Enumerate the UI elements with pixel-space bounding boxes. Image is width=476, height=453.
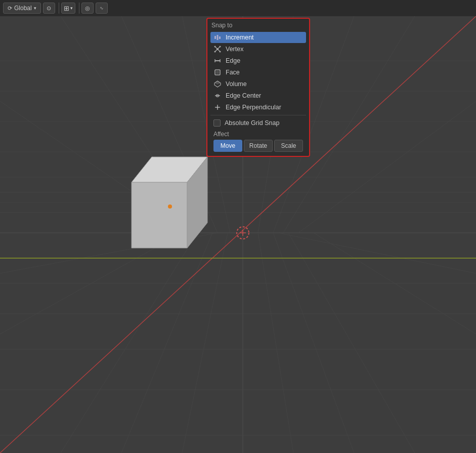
svg-rect-48	[219, 36, 221, 39]
edge-label: Edge	[226, 57, 240, 64]
svg-point-65	[217, 95, 218, 96]
snap-item-vertex[interactable]: Vertex	[210, 44, 306, 55]
pivot-icon: ⊙	[47, 5, 51, 12]
edge-perpendicular-label: Edge Perpendicular	[226, 104, 281, 111]
volume-icon	[213, 80, 222, 88]
increment-icon	[213, 33, 222, 42]
snap-item-edge[interactable]: Edge	[210, 55, 306, 66]
face-label: Face	[226, 69, 240, 76]
svg-rect-60	[216, 71, 219, 74]
svg-marker-62	[214, 81, 221, 85]
snap-item-edge-perpendicular[interactable]: Edge Perpendicular	[210, 102, 306, 113]
svg-rect-46	[214, 36, 216, 39]
svg-point-42	[168, 204, 172, 209]
svg-point-51	[217, 48, 219, 50]
svg-point-68	[217, 107, 219, 108]
vertex-icon	[213, 45, 222, 53]
transform-orientation-label: Global	[14, 5, 32, 12]
transform-orientation-btn[interactable]: ⟳ Global ▾	[3, 3, 41, 14]
affect-scale-btn[interactable]: Scale	[274, 140, 303, 152]
absolute-grid-label: Absolute Grid Snap	[225, 119, 279, 127]
affect-rotate-btn[interactable]: Rotate	[244, 140, 273, 152]
edge-center-label: Edge Center	[226, 92, 261, 99]
absolute-grid-snap-row[interactable]: Absolute Grid Snap	[210, 117, 306, 129]
volume-label: Volume	[226, 80, 247, 88]
increment-label: Increment	[226, 34, 254, 41]
transform-icon: ⟳	[8, 5, 12, 12]
absolute-grid-checkbox[interactable]	[213, 119, 221, 127]
affect-label: Affect	[210, 129, 306, 139]
divider	[57, 3, 59, 14]
snap-item-volume[interactable]: Volume	[210, 78, 306, 90]
pivot-point-btn[interactable]: ⊙	[43, 3, 55, 14]
snap-item-edge-center[interactable]: Edge Center	[210, 90, 306, 101]
affect-move-btn[interactable]: Move	[213, 140, 242, 152]
falloff-icon: ∿	[100, 6, 104, 11]
snap-icon: ⊞	[64, 5, 69, 12]
svg-rect-47	[217, 35, 219, 40]
snap-toggle-btn[interactable]: ⊞ ▾	[61, 3, 75, 14]
edge-icon	[213, 57, 222, 65]
snap-separator	[210, 115, 306, 115]
snap-panel-title: Snap to	[210, 22, 306, 29]
snap-item-face[interactable]: Face	[210, 67, 306, 78]
svg-point-53	[220, 51, 221, 53]
edge-center-icon	[213, 92, 222, 100]
snap-panel: Snap to Increment Vertex	[206, 18, 310, 157]
vertex-label: Vertex	[226, 46, 243, 53]
transform-chevron: ▾	[34, 6, 36, 11]
edge-perpendicular-icon	[213, 103, 222, 111]
face-icon	[213, 68, 222, 76]
proportional-icon: ◎	[85, 5, 90, 12]
svg-point-52	[214, 46, 216, 48]
svg-point-54	[214, 51, 216, 53]
divider2	[77, 3, 79, 14]
snap-chevron: ▾	[70, 6, 73, 11]
svg-point-55	[220, 46, 221, 48]
proportional-edit-btn[interactable]: ◎	[81, 3, 94, 14]
toolbar: ⟳ Global ▾ ⊙ ⊞ ▾ ◎ ∿	[0, 0, 476, 16]
affect-buttons: Move Rotate Scale	[210, 139, 306, 153]
svg-marker-39	[132, 182, 187, 248]
snap-item-increment[interactable]: Increment	[210, 32, 306, 43]
proportional-falloff-btn[interactable]: ∿	[96, 3, 108, 14]
